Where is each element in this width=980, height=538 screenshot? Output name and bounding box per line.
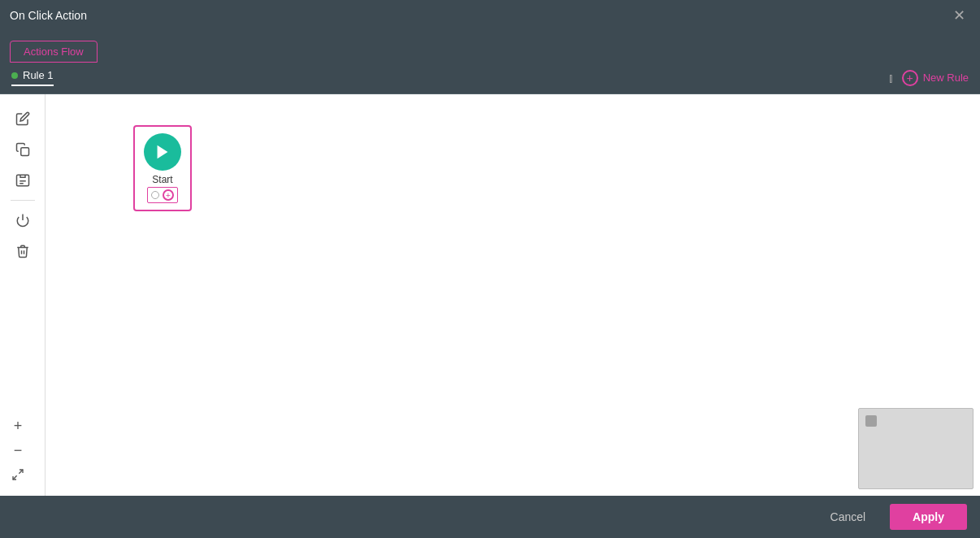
zoom-out-button[interactable]: −	[7, 439, 29, 462]
mini-map-node	[865, 415, 877, 427]
dialog-title: On Click Action	[10, 9, 87, 22]
node-label: Start	[152, 174, 172, 185]
main-area: + − Start	[0, 94, 980, 496]
mini-map	[858, 408, 973, 489]
save-button[interactable]	[8, 166, 37, 195]
edit-button[interactable]	[8, 104, 37, 133]
copy-button[interactable]	[8, 135, 37, 164]
svg-marker-5	[158, 145, 168, 159]
circle-plus-icon: +	[902, 70, 918, 86]
rule-1-tab[interactable]: Rule 1	[11, 69, 54, 86]
cancel-button[interactable]: Cancel	[816, 504, 881, 530]
toolbar-divider	[11, 200, 35, 201]
tabs-bar: Actions Flow	[0, 31, 980, 62]
left-toolbar: + −	[0, 94, 46, 496]
node-actions: +	[147, 187, 178, 203]
play-icon	[144, 133, 181, 171]
node-add-button[interactable]: +	[163, 189, 174, 201]
start-node[interactable]: Start +	[133, 125, 192, 211]
toolbar-group-top	[8, 104, 37, 266]
pin-icon: ⫿	[888, 72, 894, 85]
zoom-in-button[interactable]: +	[7, 414, 29, 437]
svg-rect-0	[20, 148, 28, 156]
canvas-area[interactable]: Start +	[46, 94, 980, 496]
footer-bar: Cancel Apply	[0, 496, 980, 538]
rules-bar: Rule 1 ⫿ + New Rule	[0, 62, 980, 94]
apply-button[interactable]: Apply	[890, 504, 967, 530]
zoom-controls: + −	[7, 414, 29, 486]
rules-bar-right: ⫿ + New Rule	[888, 70, 969, 86]
rule-1-label: Rule 1	[23, 69, 54, 81]
actions-flow-tab[interactable]: Actions Flow	[10, 41, 98, 63]
new-rule-button[interactable]: + New Rule	[902, 70, 969, 86]
svg-line-3	[19, 470, 23, 474]
title-bar: On Click Action ✕	[0, 0, 980, 31]
power-button[interactable]	[8, 206, 37, 235]
fit-view-button[interactable]	[7, 463, 29, 486]
node-output-dot	[151, 191, 159, 199]
delete-button[interactable]	[8, 236, 37, 266]
svg-line-4	[13, 475, 17, 479]
new-rule-label: New Rule	[923, 72, 969, 84]
close-button[interactable]: ✕	[948, 7, 970, 24]
node-card: Start +	[133, 125, 192, 211]
rule-status-dot	[11, 72, 18, 79]
